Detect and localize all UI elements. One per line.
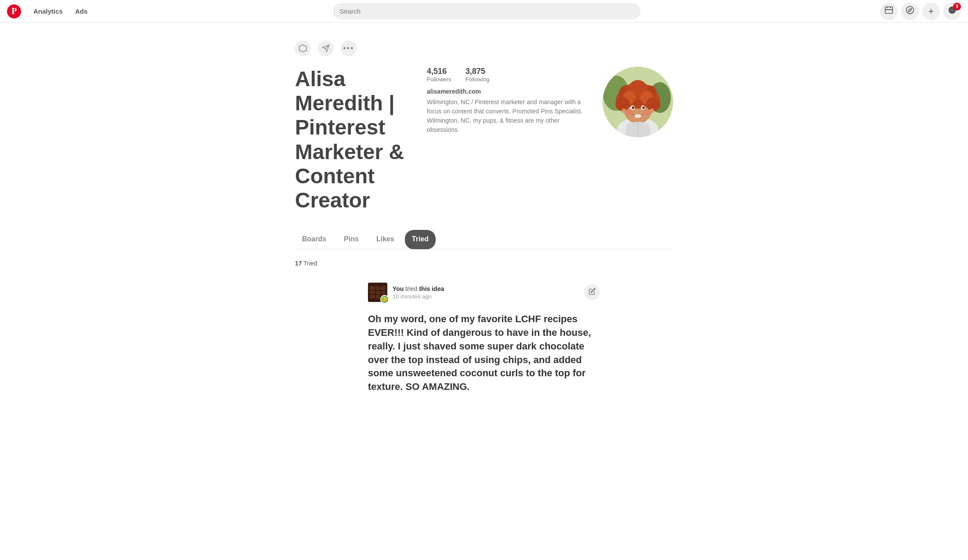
avatar — [603, 67, 673, 137]
tried-card: 😊 You tried this idea 10 minutes ago — [361, 277, 607, 403]
add-button[interactable]: + — [922, 3, 940, 20]
tried-meta-text: You tried this idea — [393, 285, 579, 292]
smiley-icon: 😊 — [382, 297, 388, 302]
nav-analytics[interactable]: Analytics — [28, 5, 68, 18]
cart-button[interactable] — [880, 3, 898, 20]
profile-main: ••• Alisa Meredith | Pinterest Marketer … — [286, 23, 682, 403]
search-input[interactable] — [333, 3, 640, 19]
profile-tabs: Boards Pins Likes Tried — [295, 230, 673, 249]
pinterest-logo[interactable]: P — [7, 4, 21, 18]
cart-icon — [884, 6, 893, 17]
tried-label: Tried — [303, 260, 317, 267]
svg-point-3 — [906, 7, 914, 14]
tried-thumbnail-wrap: 😊 — [368, 283, 387, 302]
profile-stats-bio-column: 4,516 Followers 3,875 Following alisamer… — [427, 67, 585, 135]
followers-count: 4,516 — [427, 67, 451, 76]
plus-icon: + — [928, 6, 934, 17]
ellipsis-icon: ••• — [343, 44, 354, 53]
hexagon-icon-button[interactable] — [295, 40, 311, 56]
profile-info-section: Alisa Meredith | Pinterest Marketer & Co… — [295, 67, 673, 212]
profile-avatar-section — [603, 67, 673, 137]
header-nav: Analytics Ads — [28, 5, 93, 18]
svg-point-29 — [634, 114, 641, 118]
tried-link-text[interactable]: this idea — [419, 285, 444, 292]
more-options-button[interactable]: ••• — [341, 40, 357, 56]
svg-point-33 — [622, 109, 626, 113]
search-container — [333, 3, 640, 19]
tried-card-header: 😊 You tried this idea 10 minutes ago — [361, 277, 607, 307]
tried-smiley-badge: 😊 — [380, 295, 389, 304]
following-count: 3,875 — [466, 67, 490, 76]
followers-label: Followers — [427, 76, 451, 83]
tried-meta: You tried this idea 10 minutes ago — [393, 285, 579, 300]
following-label: Following — [466, 76, 490, 83]
header: P Analytics Ads — [0, 0, 968, 23]
tried-edit-button[interactable] — [584, 284, 600, 300]
svg-point-34 — [650, 109, 654, 113]
tab-likes[interactable]: Likes — [369, 230, 401, 249]
edit-icon — [589, 288, 596, 297]
tried-action-word: tried — [405, 285, 417, 292]
notification-badge: 9 — [953, 3, 961, 11]
tried-number: 17 — [295, 260, 302, 267]
svg-marker-6 — [299, 45, 307, 52]
tried-text: Oh my word, one of my favorite LCHF reci… — [368, 313, 600, 394]
notifications-button[interactable]: ··· 9 — [943, 3, 961, 20]
profile-name: Alisa Meredith | Pinterest Marketer & Co… — [295, 67, 409, 212]
tab-tried[interactable]: Tried — [405, 230, 436, 249]
tab-pins[interactable]: Pins — [337, 230, 366, 249]
following-stat: 3,875 Following — [466, 67, 490, 83]
tried-time: 10 minutes ago — [393, 293, 579, 300]
send-icon-button[interactable] — [318, 40, 334, 56]
compass-icon — [906, 6, 914, 17]
profile-website[interactable]: alisameredith.com — [427, 88, 585, 95]
tried-count: 17 Tried — [295, 260, 673, 267]
tab-boards[interactable]: Boards — [295, 230, 333, 249]
tried-card-body: Oh my word, one of my favorite LCHF reci… — [361, 307, 607, 403]
profile-action-icons: ••• — [295, 40, 673, 56]
svg-text:P: P — [11, 6, 17, 16]
followers-stat: 4,516 Followers — [427, 67, 451, 83]
profile-name-column: Alisa Meredith | Pinterest Marketer & Co… — [295, 67, 409, 212]
profile-bio: Wilmington, NC / Pinterest marketer and … — [427, 98, 585, 135]
compass-button[interactable] — [901, 3, 919, 20]
nav-ads[interactable]: Ads — [70, 5, 93, 18]
svg-point-27 — [632, 106, 634, 109]
profile-stats: 4,516 Followers 3,875 Following — [427, 67, 585, 83]
header-icons: + ··· 9 — [880, 3, 961, 20]
svg-point-28 — [642, 106, 645, 109]
tried-user: You — [393, 285, 404, 292]
